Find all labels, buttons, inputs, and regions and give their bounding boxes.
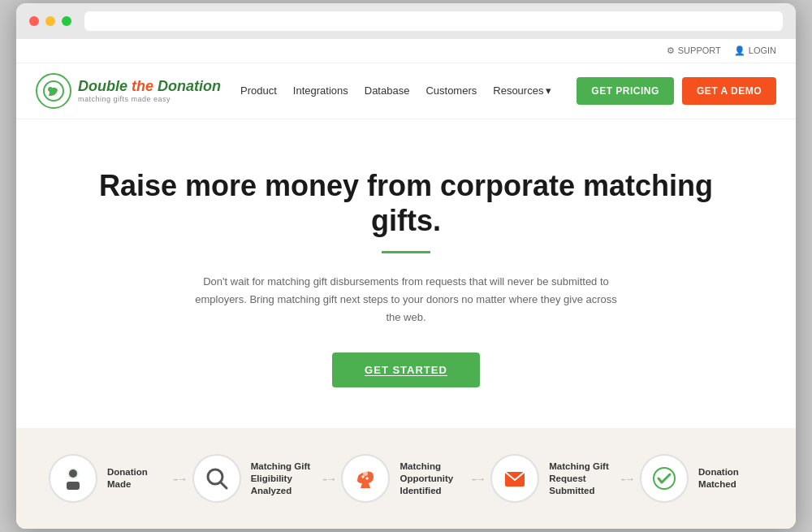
step-submitted: Matching Gift Request Submitted [490, 454, 614, 503]
nav-database[interactable]: Database [365, 84, 410, 97]
login-label: LOGIN [749, 45, 776, 55]
logo-text: Double the Donation matching gifts made … [78, 78, 221, 103]
step-submitted-text: Matching Gift Request Submitted [549, 461, 614, 497]
main-nav: Double the Donation matching gifts made … [16, 63, 796, 119]
donation-made-icon [49, 454, 97, 503]
opportunity-label: Matching Opportunity Identified [400, 461, 464, 497]
opportunity-icon [341, 454, 390, 503]
login-link[interactable]: 👤 LOGIN [734, 45, 776, 56]
svg-line-6 [221, 482, 227, 488]
nav-actions: GET PRICING GET A DEMO [577, 77, 776, 105]
eligibility-label: Matching Gift Eligibility Analyzed [251, 461, 316, 497]
logo[interactable]: Double the Donation matching gifts made … [36, 73, 221, 109]
nav-resources[interactable]: Resources ▾ [493, 84, 551, 97]
submitted-icon [490, 454, 539, 503]
arrow-2: ···→ [322, 473, 335, 485]
svg-point-1 [48, 87, 53, 92]
matched-label: Donation Matched [698, 466, 763, 491]
step-eligibility-text: Matching Gift Eligibility Analyzed [251, 461, 316, 497]
hero-title: Raise more money from corporate matching… [81, 168, 731, 238]
demo-button[interactable]: GET A DEMO [682, 77, 776, 105]
step-matched: Donation Matched [640, 454, 763, 503]
step-donation-made: Donation Made [49, 454, 166, 503]
pricing-button[interactable]: GET PRICING [577, 77, 674, 105]
svg-point-7 [363, 471, 368, 476]
step-opportunity-text: Matching Opportunity Identified [400, 461, 464, 497]
hero-subtitle: Don't wait for matching gift disbursemen… [195, 273, 617, 327]
process-bar: Donation Made ···→ Matching Gift Eligibi… [16, 428, 796, 529]
eligibility-icon [192, 454, 241, 503]
support-label: SUPPORT [678, 45, 721, 55]
close-dot[interactable] [29, 16, 39, 26]
chevron-down-icon: ▾ [546, 84, 551, 97]
logo-icon [36, 73, 71, 109]
hero-section: Raise more money from corporate matching… [16, 119, 796, 429]
logo-name: Double the Donation [78, 78, 221, 95]
nav-integrations[interactable]: Integrations [293, 84, 348, 97]
step-eligibility: Matching Gift Eligibility Analyzed [192, 454, 316, 503]
submitted-label: Matching Gift Request Submitted [549, 461, 614, 497]
donation-made-label: Donation Made [107, 466, 166, 491]
matched-icon [640, 454, 689, 503]
page-content: ⚙ SUPPORT 👤 LOGIN Do [16, 39, 796, 530]
hero-divider [382, 251, 430, 253]
arrow-3: ···→ [471, 473, 484, 485]
browser-chrome [16, 3, 796, 39]
arrow-4: ···→ [620, 473, 633, 485]
svg-point-3 [69, 469, 77, 478]
arrow-1: ···→ [173, 473, 186, 485]
maximize-dot[interactable] [62, 16, 71, 26]
svg-rect-4 [67, 482, 80, 490]
minimize-dot[interactable] [45, 16, 55, 26]
nav-customers[interactable]: Customers [425, 84, 477, 97]
step-donation-made-text: Donation Made [107, 466, 166, 491]
nav-product[interactable]: Product [240, 84, 277, 97]
browser-window: ⚙ SUPPORT 👤 LOGIN Do [16, 3, 796, 530]
utility-bar: ⚙ SUPPORT 👤 LOGIN [16, 39, 796, 63]
step-matched-text: Donation Matched [698, 466, 763, 491]
step-opportunity: Matching Opportunity Identified [341, 454, 464, 503]
support-link[interactable]: ⚙ SUPPORT [667, 45, 721, 56]
person-icon: 👤 [734, 45, 745, 56]
logo-tagline: matching gifts made easy [78, 95, 221, 103]
nav-links: Product Integrations Database Customers … [240, 84, 577, 97]
url-bar[interactable] [84, 11, 783, 31]
support-icon: ⚙ [667, 45, 675, 56]
get-started-button[interactable]: GET STARTED [332, 353, 480, 387]
